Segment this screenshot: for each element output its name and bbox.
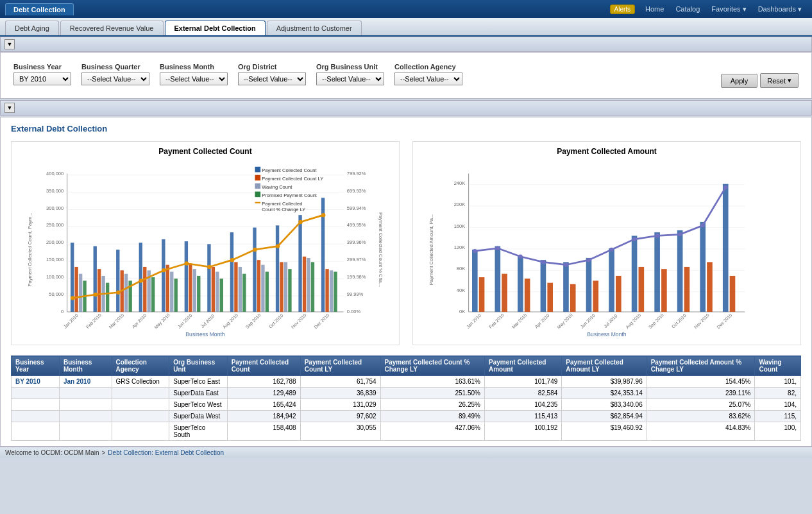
svg-rect-49	[234, 262, 237, 312]
org-district-select[interactable]: --Select Value--	[238, 73, 306, 85]
table-cell	[59, 411, 112, 422]
svg-point-80	[116, 291, 120, 295]
alerts-button[interactable]: Alerts	[610, 4, 636, 14]
favorites-dropdown[interactable]: Favorites ▾	[706, 4, 751, 15]
svg-rect-58	[170, 271, 173, 311]
svg-text:Payment Collected Count: Payment Collected Count	[262, 167, 317, 173]
apply-button[interactable]: Apply	[721, 74, 758, 88]
collection-agency-select[interactable]: --Select Value--	[394, 73, 462, 85]
svg-rect-70	[174, 278, 178, 312]
table-cell: 36,839	[300, 388, 380, 399]
svg-rect-148	[616, 276, 622, 312]
table-cell: 61,754	[300, 376, 380, 388]
main-collapse-btn[interactable]: ▼	[4, 103, 15, 113]
table-cell: 115,	[755, 411, 801, 422]
svg-text:Feb 2010: Feb 2010	[488, 313, 505, 329]
tab-recovered-revenue[interactable]: Recovered Revenue Value	[60, 21, 164, 35]
table-cell	[59, 388, 112, 399]
section-title: External Debt Collection	[1, 117, 811, 136]
tab-external-debt[interactable]: External Debt Collection	[165, 21, 266, 35]
svg-rect-76	[311, 262, 314, 312]
table-cell: 26.25%	[380, 399, 484, 411]
svg-rect-149	[639, 267, 645, 312]
svg-rect-153	[730, 276, 736, 312]
chart2-area: Payment Collected Amount, Pa... 0K 40K 8…	[418, 160, 795, 339]
table-cell: GRS Collection	[112, 376, 169, 388]
svg-rect-39	[276, 225, 279, 312]
svg-point-165	[723, 185, 727, 189]
svg-rect-151	[684, 267, 690, 312]
table-cell: SuperData West	[169, 411, 227, 422]
svg-point-155	[496, 246, 500, 250]
svg-rect-132	[518, 257, 523, 312]
business-year-select[interactable]: BY 2010	[13, 73, 71, 85]
table-cell	[59, 422, 112, 441]
svg-rect-34	[162, 239, 165, 312]
svg-rect-37	[230, 232, 233, 312]
org-business-unit-select[interactable]: --Select Value--	[316, 73, 384, 85]
table-row: BY 2010Jan 2010GRS CollectionSuperTelco …	[12, 376, 801, 388]
table-cell: 97,602	[300, 411, 380, 422]
svg-rect-63	[284, 262, 287, 312]
svg-rect-32	[116, 250, 119, 312]
table-cell: 104,235	[484, 399, 561, 411]
table-cell: SuperData East	[169, 388, 227, 399]
svg-text:Payment Collected Count % Cha.: Payment Collected Count % Cha...	[378, 212, 384, 287]
svg-rect-74	[266, 271, 269, 311]
svg-rect-140	[700, 222, 706, 312]
chart-payment-count: Payment Collected Count Payment Collecte…	[11, 141, 400, 345]
main-section-header[interactable]: ▼	[0, 100, 812, 116]
svg-rect-69	[151, 277, 155, 312]
filter-group-business-quarter: Business Quarter --Select Value--	[81, 63, 149, 85]
table-cell: BY 2010	[12, 376, 60, 388]
catalog-link[interactable]: Catalog	[670, 4, 705, 14]
col-header-year: Business Year	[12, 356, 60, 376]
svg-rect-105	[255, 175, 261, 181]
svg-text:Oct 2010: Oct 2010	[671, 313, 687, 329]
svg-point-160	[609, 248, 613, 252]
business-month-select[interactable]: --Select Value--	[160, 73, 228, 85]
svg-text:399.96%: 399.96%	[347, 239, 366, 245]
svg-rect-59	[193, 269, 196, 312]
svg-rect-152	[707, 262, 713, 312]
table-cell: 158,408	[227, 422, 300, 441]
dashboards-dropdown[interactable]: Dashboards ▾	[753, 4, 807, 15]
svg-rect-142	[479, 277, 485, 312]
svg-rect-135	[586, 258, 592, 312]
business-quarter-label: Business Quarter	[81, 63, 149, 71]
app-title: Debt Collection	[5, 3, 74, 15]
svg-text:200,000: 200,000	[46, 239, 63, 245]
svg-text:Jun 2010: Jun 2010	[176, 313, 192, 329]
svg-point-154	[473, 249, 477, 253]
svg-rect-62	[261, 265, 264, 312]
tab-bar: Debt Aging Recovered Revenue Value Exter…	[0, 18, 812, 37]
filter-collapse-btn[interactable]: ▼	[4, 39, 15, 49]
svg-text:Oct 2010: Oct 2010	[268, 313, 284, 329]
svg-text:May 2010: May 2010	[556, 313, 573, 330]
svg-rect-143	[502, 274, 507, 312]
reset-button[interactable]: Reset ▾	[760, 73, 799, 88]
filter-section-header[interactable]: ▼	[0, 37, 812, 52]
svg-text:Jul 2010: Jul 2010	[200, 313, 216, 329]
svg-point-82	[162, 268, 165, 272]
filter-group-business-year: Business Year BY 2010	[13, 63, 71, 85]
tab-debt-aging[interactable]: Debt Aging	[5, 21, 59, 35]
business-quarter-select[interactable]: --Select Value--	[81, 73, 149, 85]
home-link[interactable]: Home	[640, 4, 669, 14]
svg-rect-52	[303, 257, 306, 312]
svg-rect-33	[139, 243, 142, 312]
table-header-row: Business Year Business Month Collection …	[12, 356, 801, 376]
svg-rect-72	[220, 278, 223, 312]
svg-rect-48	[212, 267, 215, 312]
chart1-svg: Payment Collected Count, Paym... Payment…	[17, 160, 394, 339]
svg-point-162	[655, 234, 659, 237]
svg-text:Business Month: Business Month	[185, 331, 224, 338]
status-breadcrumb[interactable]: Debt Collection: External Debt Collectio…	[108, 449, 224, 456]
org-district-label: Org District	[238, 63, 306, 71]
svg-rect-31	[94, 246, 97, 312]
col-header-amount: Payment Collected Amount	[484, 356, 561, 376]
col-header-amount-ly: Payment Collected Amount LY	[562, 356, 647, 376]
svg-point-161	[632, 237, 636, 241]
table-cell	[12, 411, 60, 422]
tab-adjustment[interactable]: Adjustment to Customer	[267, 21, 362, 35]
